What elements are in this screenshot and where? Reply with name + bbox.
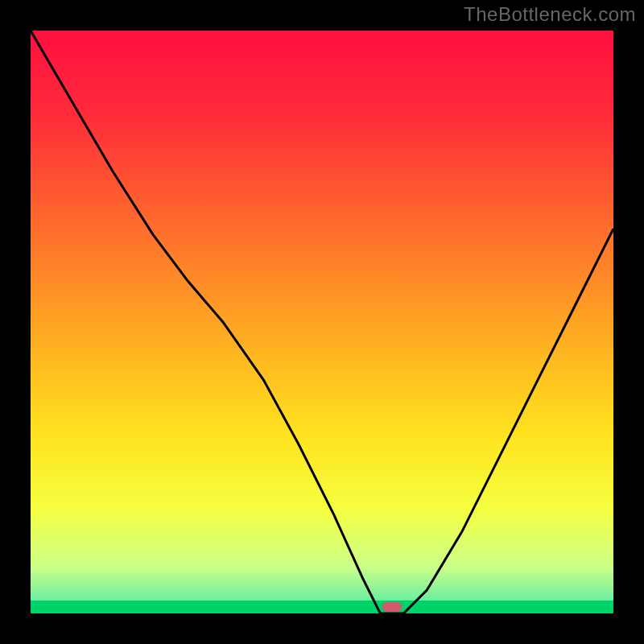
optimal-point-marker bbox=[382, 602, 402, 612]
watermark-text: TheBottleneck.com bbox=[464, 3, 636, 26]
plot-area bbox=[31, 31, 613, 613]
chart-frame: TheBottleneck.com bbox=[0, 0, 644, 644]
bottleneck-curve bbox=[31, 31, 613, 613]
